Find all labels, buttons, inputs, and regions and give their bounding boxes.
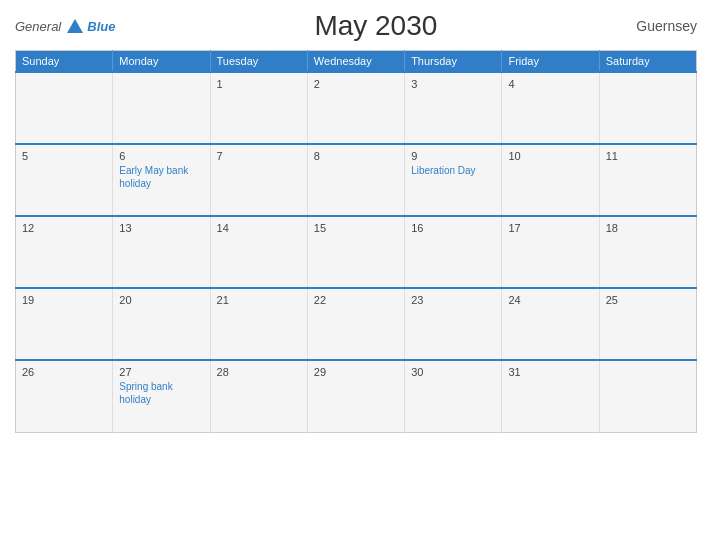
calendar-cell: 12 xyxy=(16,216,113,288)
calendar-cell xyxy=(599,360,696,432)
col-sunday: Sunday xyxy=(16,51,113,73)
calendar-cell: 26 xyxy=(16,360,113,432)
calendar-cell xyxy=(599,72,696,144)
calendar-cell xyxy=(16,72,113,144)
calendar-cell: 4 xyxy=(502,72,599,144)
calendar-cell: 31 xyxy=(502,360,599,432)
day-number: 30 xyxy=(411,366,495,378)
day-number: 24 xyxy=(508,294,592,306)
day-number: 9 xyxy=(411,150,495,162)
calendar-page: General Blue May 2030 Guernsey Sunday Mo… xyxy=(0,0,712,550)
calendar-cell: 18 xyxy=(599,216,696,288)
calendar-week-row: 12131415161718 xyxy=(16,216,697,288)
calendar-cell: 30 xyxy=(405,360,502,432)
calendar-cell: 1 xyxy=(210,72,307,144)
col-wednesday: Wednesday xyxy=(307,51,404,73)
calendar-cell: 14 xyxy=(210,216,307,288)
calendar-cell: 9Liberation Day xyxy=(405,144,502,216)
day-number: 12 xyxy=(22,222,106,234)
calendar-cell: 17 xyxy=(502,216,599,288)
calendar-cell: 20 xyxy=(113,288,210,360)
calendar-cell: 28 xyxy=(210,360,307,432)
day-number: 11 xyxy=(606,150,690,162)
day-number: 17 xyxy=(508,222,592,234)
logo-general-text: General xyxy=(15,19,61,34)
header: General Blue May 2030 Guernsey xyxy=(15,10,697,42)
col-thursday: Thursday xyxy=(405,51,502,73)
weekday-header-row: Sunday Monday Tuesday Wednesday Thursday… xyxy=(16,51,697,73)
day-number: 15 xyxy=(314,222,398,234)
calendar-cell: 21 xyxy=(210,288,307,360)
col-monday: Monday xyxy=(113,51,210,73)
day-number: 16 xyxy=(411,222,495,234)
event-label: Spring bank holiday xyxy=(119,380,203,406)
logo-triangle-icon xyxy=(67,19,83,33)
col-tuesday: Tuesday xyxy=(210,51,307,73)
day-number: 29 xyxy=(314,366,398,378)
col-saturday: Saturday xyxy=(599,51,696,73)
calendar-cell: 8 xyxy=(307,144,404,216)
day-number: 14 xyxy=(217,222,301,234)
region-label: Guernsey xyxy=(636,18,697,34)
calendar-cell: 2 xyxy=(307,72,404,144)
day-number: 26 xyxy=(22,366,106,378)
day-number: 2 xyxy=(314,78,398,90)
day-number: 27 xyxy=(119,366,203,378)
calendar-cell: 7 xyxy=(210,144,307,216)
day-number: 23 xyxy=(411,294,495,306)
day-number: 6 xyxy=(119,150,203,162)
calendar-cell: 10 xyxy=(502,144,599,216)
calendar-week-row: 56Early May bank holiday789Liberation Da… xyxy=(16,144,697,216)
calendar-cell: 6Early May bank holiday xyxy=(113,144,210,216)
day-number: 7 xyxy=(217,150,301,162)
day-number: 28 xyxy=(217,366,301,378)
calendar-cell xyxy=(113,72,210,144)
calendar-week-row: 2627Spring bank holiday28293031 xyxy=(16,360,697,432)
logo-blue-text: Blue xyxy=(87,19,115,34)
calendar-cell: 22 xyxy=(307,288,404,360)
day-number: 8 xyxy=(314,150,398,162)
calendar-table: Sunday Monday Tuesday Wednesday Thursday… xyxy=(15,50,697,433)
day-number: 10 xyxy=(508,150,592,162)
calendar-cell: 3 xyxy=(405,72,502,144)
event-label: Early May bank holiday xyxy=(119,164,203,190)
col-friday: Friday xyxy=(502,51,599,73)
calendar-cell: 29 xyxy=(307,360,404,432)
calendar-week-row: 19202122232425 xyxy=(16,288,697,360)
calendar-cell: 15 xyxy=(307,216,404,288)
day-number: 25 xyxy=(606,294,690,306)
calendar-cell: 19 xyxy=(16,288,113,360)
day-number: 1 xyxy=(217,78,301,90)
day-number: 4 xyxy=(508,78,592,90)
month-title: May 2030 xyxy=(314,10,437,42)
day-number: 19 xyxy=(22,294,106,306)
day-number: 5 xyxy=(22,150,106,162)
calendar-week-row: 1234 xyxy=(16,72,697,144)
day-number: 31 xyxy=(508,366,592,378)
calendar-cell: 23 xyxy=(405,288,502,360)
day-number: 22 xyxy=(314,294,398,306)
calendar-cell: 5 xyxy=(16,144,113,216)
calendar-cell: 25 xyxy=(599,288,696,360)
logo: General Blue xyxy=(15,19,115,34)
event-label: Liberation Day xyxy=(411,164,495,177)
calendar-cell: 27Spring bank holiday xyxy=(113,360,210,432)
calendar-cell: 11 xyxy=(599,144,696,216)
day-number: 18 xyxy=(606,222,690,234)
calendar-cell: 24 xyxy=(502,288,599,360)
day-number: 13 xyxy=(119,222,203,234)
day-number: 3 xyxy=(411,78,495,90)
calendar-cell: 13 xyxy=(113,216,210,288)
day-number: 21 xyxy=(217,294,301,306)
day-number: 20 xyxy=(119,294,203,306)
calendar-cell: 16 xyxy=(405,216,502,288)
